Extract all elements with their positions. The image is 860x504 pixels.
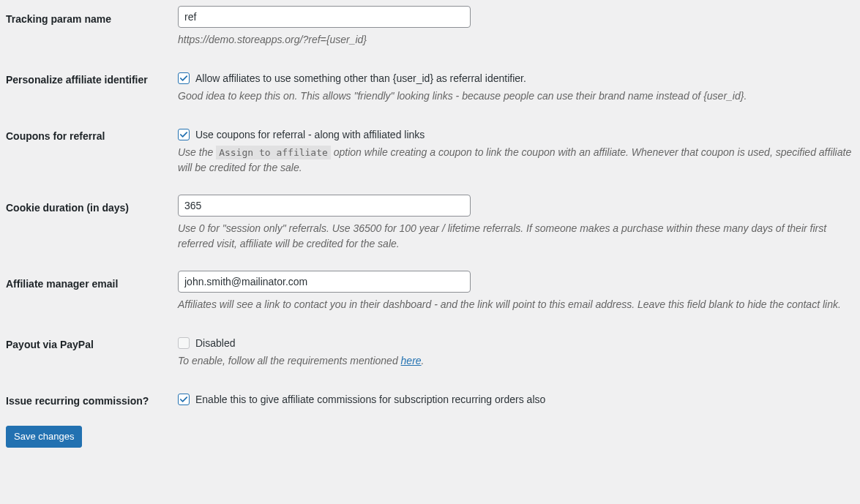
tracking-param-label: Tracking param name [6,6,178,25]
cookie-duration-input[interactable] [178,195,471,217]
personalize-identifier-checkbox[interactable] [178,72,190,84]
assign-to-affiliate-code: Assign to affiliate [216,146,331,159]
manager-email-description: Affiliates will see a link to contact yo… [178,297,854,312]
cookie-duration-label: Cookie duration (in days) [6,195,178,214]
check-icon [179,394,189,405]
check-icon [179,73,189,83]
personalize-identifier-label: Personalize affiliate identifier [6,67,178,86]
manager-email-label: Affiliate manager email [6,271,178,290]
personalize-identifier-checkbox-label: Allow affiliates to use something other … [195,72,526,84]
paypal-description: To enable, follow all the requirements m… [178,353,854,369]
coupons-referral-checkbox-label: Use coupons for referral - along with af… [195,129,425,140]
save-button[interactable]: Save changes [6,426,82,448]
recurring-checkbox-label: Enable this to give affiliate commission… [195,394,545,405]
personalize-identifier-description: Good idea to keep this on. This allows "… [178,89,854,104]
coupons-referral-label: Coupons for referral [6,123,178,142]
paypal-requirements-link[interactable]: here [401,355,422,366]
check-icon [179,129,189,140]
recurring-checkbox[interactable] [178,394,190,405]
paypal-label: Payout via PayPal [6,331,178,350]
tracking-param-description: https://demo.storeapps.org/?ref={user_id… [178,32,854,48]
paypal-checkbox-label: Disabled [195,337,235,349]
coupons-referral-checkbox[interactable] [178,129,190,140]
recurring-label: Issue recurring commission? [6,388,178,407]
tracking-param-input[interactable] [178,6,471,28]
coupons-referral-description: Use the Assign to affiliate option while… [178,145,854,176]
manager-email-input[interactable] [178,271,471,293]
cookie-duration-description: Use 0 for "session only" referrals. Use … [178,221,854,252]
paypal-checkbox [178,337,190,349]
